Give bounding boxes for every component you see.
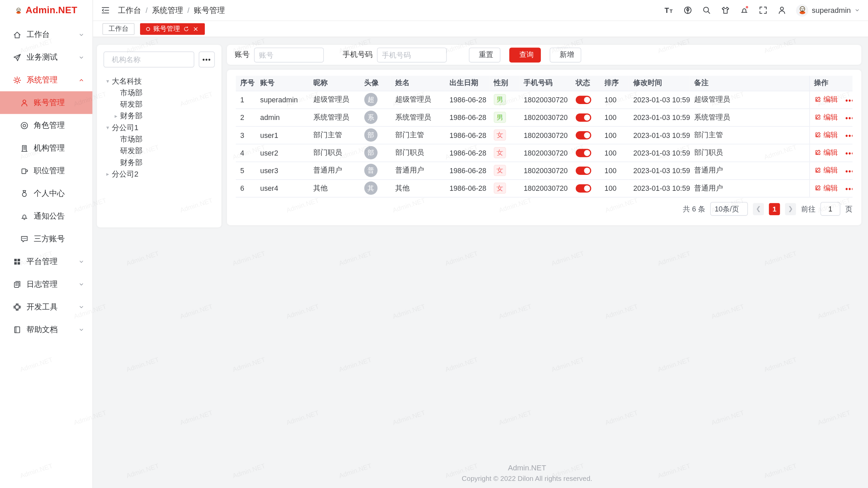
tree-node-7[interactable]: 财务部 — [103, 157, 215, 168]
cell-status — [571, 162, 600, 179]
row-more-button[interactable]: ••• — [845, 96, 852, 104]
edit-icon — [814, 184, 821, 191]
tree-expand-icon[interactable]: ▾ — [103, 78, 112, 84]
edit-button[interactable]: 编辑 — [814, 95, 838, 104]
sidebar-subitem-2-6[interactable]: 三方账号 — [0, 227, 93, 250]
status-toggle[interactable] — [576, 114, 591, 122]
sidebar-subitem-2-4[interactable]: 个人中心 — [0, 182, 93, 205]
row-more-button[interactable]: ••• — [845, 132, 852, 140]
prev-page-button[interactable]: ❮ — [753, 203, 764, 215]
org-search-box[interactable] — [103, 52, 194, 67]
table-row: 4 user2 部门职员 部 部门职员 1986-06-28 女 1802003… — [236, 144, 853, 161]
page-size-select[interactable]: 10条/页 — [710, 202, 748, 216]
reset-button[interactable]: 重置 — [469, 47, 500, 62]
book-icon — [13, 325, 22, 334]
collapse-menu-icon[interactable] — [101, 5, 110, 15]
theme-icon[interactable] — [721, 5, 730, 15]
tree-node-2[interactable]: 研发部 — [103, 99, 215, 110]
goto-page-input[interactable] — [821, 202, 841, 216]
status-toggle[interactable] — [576, 149, 591, 157]
user-menu[interactable]: superadmin — [796, 4, 860, 16]
sidebar-item-6[interactable]: 帮助文档 — [0, 318, 93, 341]
sidebar-item-0[interactable]: 工作台 — [0, 23, 93, 46]
mascot-icon — [15, 7, 22, 14]
status-toggle[interactable] — [576, 166, 591, 175]
edit-label: 编辑 — [824, 130, 838, 140]
sidebar-item-label: 开发工具 — [26, 302, 73, 312]
edit-icon — [814, 114, 821, 121]
edit-button[interactable]: 编辑 — [814, 165, 838, 175]
row-more-button[interactable]: ••• — [845, 185, 852, 193]
breadcrumb-item-0[interactable]: 工作台 — [118, 5, 141, 15]
tree-expand-icon[interactable]: ▸ — [103, 171, 112, 177]
tab-0[interactable]: 工作台 — [102, 23, 135, 35]
chat-icon — [20, 234, 29, 243]
sidebar-subitem-2-1[interactable]: 角色管理 — [0, 114, 93, 137]
bell-badge-icon[interactable] — [740, 5, 749, 15]
page-number-button[interactable]: 1 — [769, 203, 780, 215]
edit-button[interactable]: 编辑 — [814, 112, 838, 122]
tree-node-1[interactable]: 市场部 — [103, 87, 215, 98]
phone-input[interactable] — [377, 47, 447, 62]
add-button[interactable]: 新增 — [550, 47, 581, 62]
sidebar-item-5[interactable]: 开发工具 — [0, 296, 93, 318]
sidebar-subitem-2-5[interactable]: 通知公告 — [0, 205, 93, 227]
sidebar-item-1[interactable]: 业务测试 — [0, 46, 93, 69]
status-toggle[interactable] — [576, 96, 591, 104]
cell-actions: 编辑 ••• — [809, 91, 852, 108]
gender-tag: 男 — [494, 112, 506, 123]
tab-1[interactable]: 账号管理 — [140, 23, 205, 35]
sidebar-subitem-2-3[interactable]: 职位管理 — [0, 159, 93, 182]
language-icon[interactable] — [683, 5, 693, 15]
sidebar-item-3[interactable]: 平台管理 — [0, 250, 93, 273]
sidebar-item-4[interactable]: 日志管理 — [0, 273, 93, 296]
tree-more-button[interactable]: ••• — [199, 52, 215, 67]
edit-button[interactable]: 编辑 — [814, 130, 838, 140]
tree-expand-icon[interactable]: ▸ — [112, 113, 120, 119]
tree-expand-icon[interactable]: ▾ — [103, 124, 112, 130]
sidebar-subitem-2-0[interactable]: 账号管理 — [0, 91, 93, 114]
breadcrumb-item-2[interactable]: 账号管理 — [194, 5, 225, 15]
edit-button[interactable]: 编辑 — [814, 183, 838, 193]
row-more-button[interactable]: ••• — [845, 114, 852, 122]
org-search-input[interactable] — [112, 55, 190, 63]
row-more-button[interactable]: ••• — [845, 149, 852, 158]
cell-order: 100 — [600, 91, 629, 108]
account-label: 账号 — [235, 50, 250, 60]
fullscreen-icon[interactable] — [758, 5, 768, 15]
tree-node-label: 分公司1 — [112, 123, 138, 133]
edit-button[interactable]: 编辑 — [814, 148, 838, 158]
org-tree: ▾ 大名科技 市场部 研发部 ▸ 财务部 ▾ 分公司1 市场部 研发部 财务部 … — [103, 75, 215, 180]
profile-icon — [20, 189, 29, 198]
tree-node-0[interactable]: ▾ 大名科技 — [103, 75, 215, 87]
breadcrumb-item-1[interactable]: 系统管理 — [152, 5, 183, 15]
tree-node-5[interactable]: 市场部 — [103, 133, 215, 145]
column-header-2: 昵称 — [309, 76, 360, 91]
search-icon[interactable] — [702, 5, 712, 15]
column-header-10: 修改时间 — [629, 76, 690, 91]
query-button[interactable]: 查询 — [509, 47, 541, 62]
status-toggle[interactable] — [576, 184, 591, 192]
sidebar-subitem-2-2[interactable]: 机构管理 — [0, 137, 93, 159]
cell-avatar: 部 — [360, 126, 391, 144]
next-page-button[interactable]: ❯ — [785, 203, 796, 215]
tree-node-6[interactable]: 研发部 — [103, 145, 215, 157]
sidebar-menu: 工作台 业务测试 系统管理 账号管理 角色管理 机构管理 职位管理 个人中心 通… — [0, 21, 93, 488]
account-input[interactable] — [254, 47, 324, 62]
row-more-button[interactable]: ••• — [845, 167, 852, 175]
user-outline-icon[interactable] — [777, 5, 787, 15]
cell-remark: 部门主管 — [690, 126, 809, 144]
sidebar-item-2[interactable]: 系统管理 — [0, 68, 93, 91]
tree-node-3[interactable]: ▸ 财务部 — [103, 110, 215, 122]
edit-icon — [814, 149, 821, 156]
edit-label: 编辑 — [824, 165, 838, 175]
tree-node-8[interactable]: ▸ 分公司2 — [103, 168, 215, 180]
status-toggle[interactable] — [576, 131, 591, 139]
breadcrumb-separator: / — [188, 6, 190, 14]
chevron-down-icon — [78, 326, 85, 333]
logs-icon — [13, 280, 22, 288]
footer-copyright: Copyright © 2022 Dilon All rights reserv… — [186, 475, 868, 483]
tree-node-4[interactable]: ▾ 分公司1 — [103, 122, 215, 133]
font-size-icon[interactable]: TT — [665, 5, 674, 15]
table-row: 2 admin 系统管理员 系 系统管理员 1986-06-28 男 18020… — [236, 108, 853, 126]
